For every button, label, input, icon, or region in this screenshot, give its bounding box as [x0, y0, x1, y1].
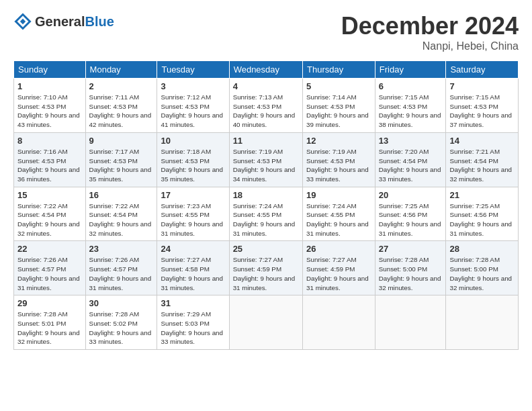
day-info: Sunrise: 7:28 AMSunset: 5:00 PMDaylight:… [449, 256, 512, 291]
day-number: 2 [89, 81, 154, 91]
day-number: 8 [17, 136, 82, 146]
day-number: 12 [306, 136, 371, 146]
day-number: 4 [233, 81, 299, 91]
calendar-day-cell: 23Sunrise: 7:26 AMSunset: 4:57 PMDayligh… [85, 241, 157, 295]
day-info: Sunrise: 7:27 AMSunset: 4:59 PMDaylight:… [233, 256, 296, 291]
day-info: Sunrise: 7:14 AMSunset: 4:53 PMDaylight:… [306, 93, 369, 128]
day-number: 3 [161, 81, 225, 91]
day-number: 20 [379, 190, 443, 200]
day-number: 15 [17, 190, 82, 200]
calendar-day-cell: 9Sunrise: 7:17 AMSunset: 4:53 PMDaylight… [85, 132, 157, 187]
day-info: Sunrise: 7:27 AMSunset: 4:58 PMDaylight:… [161, 256, 223, 291]
logo: GeneralBlue [13, 12, 114, 31]
header-cell-tuesday: Tuesday [157, 61, 229, 79]
day-number: 29 [17, 298, 82, 308]
title-block: December 2024 Nanpi, Hebei, China [341, 12, 519, 52]
calendar-day-cell: 8Sunrise: 7:16 AMSunset: 4:53 PMDaylight… [14, 132, 86, 187]
day-number: 5 [306, 81, 371, 91]
day-number: 28 [449, 244, 515, 254]
calendar-day-cell: 20Sunrise: 7:25 AMSunset: 4:56 PMDayligh… [375, 187, 446, 241]
calendar-empty-cell [375, 295, 446, 350]
calendar-day-cell: 22Sunrise: 7:26 AMSunset: 4:57 PMDayligh… [14, 241, 86, 295]
day-info: Sunrise: 7:10 AMSunset: 4:53 PMDaylight:… [17, 93, 80, 128]
calendar-day-cell: 14Sunrise: 7:21 AMSunset: 4:54 PMDayligh… [446, 132, 519, 187]
calendar-day-cell: 28Sunrise: 7:28 AMSunset: 5:00 PMDayligh… [446, 241, 519, 295]
page: GeneralBlue December 2024 Nanpi, Hebei, … [0, 0, 532, 357]
day-number: 24 [161, 244, 225, 254]
day-info: Sunrise: 7:25 AMSunset: 4:56 PMDaylight:… [449, 202, 512, 237]
day-number: 7 [449, 81, 515, 91]
day-number: 13 [379, 136, 443, 146]
day-info: Sunrise: 7:11 AMSunset: 4:53 PMDaylight:… [89, 93, 152, 128]
day-info: Sunrise: 7:23 AMSunset: 4:55 PMDaylight:… [161, 202, 223, 237]
day-info: Sunrise: 7:15 AMSunset: 4:53 PMDaylight:… [449, 93, 512, 128]
day-info: Sunrise: 7:19 AMSunset: 4:53 PMDaylight:… [233, 148, 296, 183]
day-info: Sunrise: 7:20 AMSunset: 4:54 PMDaylight:… [379, 148, 441, 183]
calendar-week-row: 1Sunrise: 7:10 AMSunset: 4:53 PMDaylight… [14, 79, 519, 133]
calendar-table: SundayMondayTuesdayWednesdayThursdayFrid… [13, 60, 519, 350]
day-info: Sunrise: 7:17 AMSunset: 4:53 PMDaylight:… [89, 148, 152, 183]
day-number: 31 [161, 298, 225, 308]
calendar-week-row: 22Sunrise: 7:26 AMSunset: 4:57 PMDayligh… [14, 241, 519, 295]
calendar-day-cell: 7Sunrise: 7:15 AMSunset: 4:53 PMDaylight… [446, 79, 519, 133]
day-number: 11 [233, 136, 299, 146]
logo-icon [13, 12, 32, 31]
calendar-day-cell: 2Sunrise: 7:11 AMSunset: 4:53 PMDaylight… [85, 79, 157, 133]
header: GeneralBlue December 2024 Nanpi, Hebei, … [13, 12, 519, 52]
header-cell-thursday: Thursday [303, 61, 375, 79]
day-info: Sunrise: 7:13 AMSunset: 4:53 PMDaylight:… [233, 93, 296, 128]
calendar-day-cell: 13Sunrise: 7:20 AMSunset: 4:54 PMDayligh… [375, 132, 446, 187]
day-number: 10 [161, 136, 225, 146]
calendar-day-cell: 4Sunrise: 7:13 AMSunset: 4:53 PMDaylight… [229, 79, 302, 133]
day-info: Sunrise: 7:12 AMSunset: 4:53 PMDaylight:… [161, 93, 223, 128]
day-number: 17 [161, 190, 225, 200]
logo-text: GeneralBlue [35, 14, 114, 30]
day-number: 22 [17, 244, 82, 254]
calendar-day-cell: 15Sunrise: 7:22 AMSunset: 4:54 PMDayligh… [14, 187, 86, 241]
calendar-empty-cell [229, 295, 302, 350]
day-number: 1 [17, 81, 82, 91]
day-info: Sunrise: 7:28 AMSunset: 5:00 PMDaylight:… [379, 256, 441, 291]
day-number: 6 [379, 81, 443, 91]
calendar-day-cell: 6Sunrise: 7:15 AMSunset: 4:53 PMDaylight… [375, 79, 446, 133]
day-info: Sunrise: 7:16 AMSunset: 4:53 PMDaylight:… [17, 148, 80, 183]
day-info: Sunrise: 7:28 AMSunset: 5:01 PMDaylight:… [17, 310, 80, 345]
day-info: Sunrise: 7:22 AMSunset: 4:54 PMDaylight:… [17, 202, 80, 237]
day-number: 25 [233, 244, 299, 254]
calendar-week-row: 29Sunrise: 7:28 AMSunset: 5:01 PMDayligh… [14, 295, 519, 350]
day-info: Sunrise: 7:15 AMSunset: 4:53 PMDaylight:… [379, 93, 441, 128]
calendar-day-cell: 26Sunrise: 7:27 AMSunset: 4:59 PMDayligh… [303, 241, 375, 295]
day-number: 26 [306, 244, 371, 254]
calendar-day-cell: 1Sunrise: 7:10 AMSunset: 4:53 PMDaylight… [14, 79, 86, 133]
day-info: Sunrise: 7:25 AMSunset: 4:56 PMDaylight:… [379, 202, 441, 237]
day-info: Sunrise: 7:27 AMSunset: 4:59 PMDaylight:… [306, 256, 369, 291]
calendar-day-cell: 25Sunrise: 7:27 AMSunset: 4:59 PMDayligh… [229, 241, 302, 295]
day-number: 16 [89, 190, 154, 200]
day-info: Sunrise: 7:21 AMSunset: 4:54 PMDaylight:… [449, 148, 512, 183]
calendar-day-cell: 5Sunrise: 7:14 AMSunset: 4:53 PMDaylight… [303, 79, 375, 133]
calendar-day-cell: 27Sunrise: 7:28 AMSunset: 5:00 PMDayligh… [375, 241, 446, 295]
header-cell-sunday: Sunday [14, 61, 86, 79]
location-title: Nanpi, Hebei, China [341, 40, 519, 52]
day-number: 23 [89, 244, 154, 254]
calendar-day-cell: 29Sunrise: 7:28 AMSunset: 5:01 PMDayligh… [14, 295, 86, 350]
day-number: 30 [89, 298, 154, 308]
calendar-empty-cell [303, 295, 375, 350]
day-number: 18 [233, 190, 299, 200]
day-number: 19 [306, 190, 371, 200]
calendar-week-row: 8Sunrise: 7:16 AMSunset: 4:53 PMDaylight… [14, 132, 519, 187]
month-title: December 2024 [341, 12, 519, 40]
day-info: Sunrise: 7:24 AMSunset: 4:55 PMDaylight:… [306, 202, 369, 237]
calendar-day-cell: 12Sunrise: 7:19 AMSunset: 4:53 PMDayligh… [303, 132, 375, 187]
header-cell-friday: Friday [375, 61, 446, 79]
day-number: 21 [449, 190, 515, 200]
calendar-day-cell: 19Sunrise: 7:24 AMSunset: 4:55 PMDayligh… [303, 187, 375, 241]
calendar-week-row: 15Sunrise: 7:22 AMSunset: 4:54 PMDayligh… [14, 187, 519, 241]
day-number: 14 [449, 136, 515, 146]
header-cell-monday: Monday [85, 61, 157, 79]
calendar-day-cell: 21Sunrise: 7:25 AMSunset: 4:56 PMDayligh… [446, 187, 519, 241]
calendar-day-cell: 30Sunrise: 7:28 AMSunset: 5:02 PMDayligh… [85, 295, 157, 350]
calendar-day-cell: 10Sunrise: 7:18 AMSunset: 4:53 PMDayligh… [157, 132, 229, 187]
calendar-day-cell: 11Sunrise: 7:19 AMSunset: 4:53 PMDayligh… [229, 132, 302, 187]
header-cell-saturday: Saturday [446, 61, 519, 79]
